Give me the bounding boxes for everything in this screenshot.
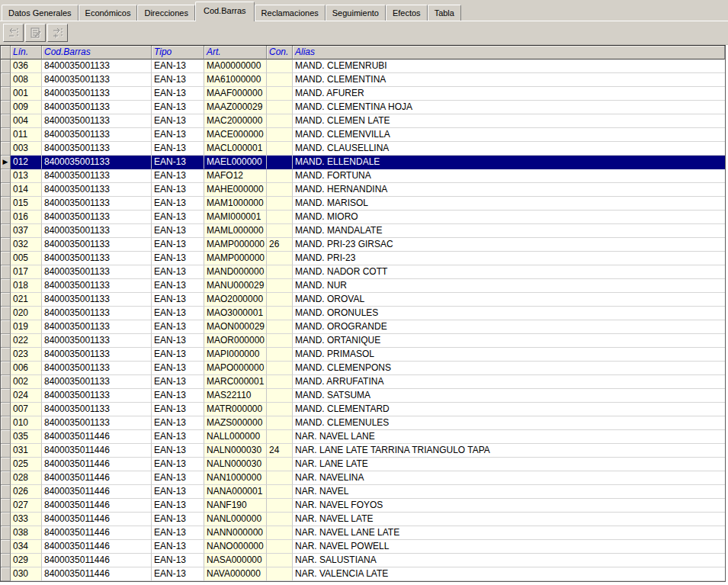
cell-alias: MAND. ORONULES bbox=[293, 307, 725, 320]
table-row[interactable]: 0328400035001133EAN-13MAMP00000026MAND. … bbox=[1, 238, 725, 252]
cell-tipo: EAN-13 bbox=[152, 211, 204, 224]
cell-cod: 8400035001133 bbox=[42, 59, 152, 73]
tab-page-cod-barras: Lín.Cod.BarrasTipoArt.Con.Alias 03684000… bbox=[0, 45, 728, 585]
tab-tabla[interactable]: Tabla bbox=[428, 5, 461, 21]
table-row[interactable]: 0208400035001133EAN-13MAO3000001MAND. OR… bbox=[1, 307, 725, 320]
table-row[interactable]: 0378400035001133EAN-13MAML000000MAND. MA… bbox=[1, 224, 725, 238]
tab-reclamaciones[interactable]: Reclamaciones bbox=[255, 5, 326, 21]
table-row[interactable]: 0358400035011446EAN-13NALL000000NAR. NAV… bbox=[1, 430, 725, 444]
table-row[interactable]: 0088400035001133EAN-13MA61000000MAND. CL… bbox=[1, 73, 725, 87]
cell-con bbox=[267, 348, 293, 362]
table-row[interactable]: 0308400035011446EAN-13NAVA000000NAR. VAL… bbox=[1, 567, 725, 581]
record-indicator bbox=[1, 73, 11, 87]
cell-con bbox=[267, 279, 293, 293]
table-row[interactable]: 0048400035001133EAN-13MAC2000000MAND. CL… bbox=[1, 114, 725, 128]
table-row[interactable]: 0278400035011446EAN-13NANF190NAR. NAVEL … bbox=[1, 499, 725, 513]
record-indicator bbox=[1, 101, 11, 114]
move-line-left-button[interactable] bbox=[3, 24, 24, 42]
tab-econ-micos[interactable]: Económicos bbox=[79, 5, 138, 21]
cell-cod: 8400035001133 bbox=[42, 142, 152, 156]
table-row[interactable]: 0198400035001133EAN-13MAON000029MAND. OR… bbox=[1, 320, 725, 334]
tab-datos-generales[interactable]: Datos Generales bbox=[2, 5, 79, 21]
record-indicator bbox=[1, 513, 11, 526]
cell-con bbox=[267, 101, 293, 114]
table-row[interactable]: ▶0128400035001133EAN-13MAEL000000MAND. E… bbox=[1, 156, 725, 169]
cell-lin: 028 bbox=[11, 471, 42, 485]
cell-alias: MAND. OROVAL bbox=[293, 293, 725, 307]
table-row[interactable]: 0178400035001133EAN-13MAND000000MAND. NA… bbox=[1, 265, 725, 279]
cell-lin: 014 bbox=[11, 183, 42, 197]
table-row[interactable]: 0268400035011446EAN-13NANA000001NAR. NAV… bbox=[1, 485, 725, 499]
table-row[interactable]: 0028400035001133EAN-13MARC000001MAND. AR… bbox=[1, 375, 725, 389]
table-row[interactable]: 0348400035011446EAN-13NANO000000NAR. NAV… bbox=[1, 540, 725, 554]
table-row[interactable]: 0298400035011446EAN-13NASA000000NAR. SAL… bbox=[1, 554, 725, 567]
cell-art: MAC2000000 bbox=[204, 114, 267, 128]
table-row[interactable]: 0158400035001133EAN-13MAM1000000MAND. MA… bbox=[1, 197, 725, 211]
cell-lin: 030 bbox=[11, 567, 42, 581]
cell-tipo: EAN-13 bbox=[152, 238, 204, 252]
cell-cod: 8400035001133 bbox=[42, 169, 152, 183]
table-row[interactable]: 0258400035011446EAN-13NALN000030NAR. LAN… bbox=[1, 458, 725, 471]
cell-alias: MAND. ARRUFATINA bbox=[293, 375, 725, 389]
record-indicator bbox=[1, 183, 11, 197]
table-row[interactable]: 0058400035001133EAN-13MAMP000000MAND. PR… bbox=[1, 252, 725, 265]
tab-seguimiento[interactable]: Seguimiento bbox=[326, 5, 386, 21]
column-header-lin[interactable]: Lín. bbox=[11, 46, 42, 59]
table-row[interactable]: 0118400035001133EAN-13MACE000000MAND. CL… bbox=[1, 128, 725, 142]
record-indicator bbox=[1, 334, 11, 348]
table-row[interactable]: 0038400035001133EAN-13MACL000001MAND. CL… bbox=[1, 142, 725, 156]
move-line-right-button[interactable] bbox=[47, 24, 68, 42]
cell-alias: MAND. AFURER bbox=[293, 87, 725, 101]
table-row[interactable]: 0338400035011446EAN-13NANL000000NAR. NAV… bbox=[1, 513, 725, 526]
record-indicator bbox=[1, 142, 11, 156]
record-indicator bbox=[1, 279, 11, 293]
cell-cod: 8400035001133 bbox=[42, 211, 152, 224]
cell-cod: 8400035001133 bbox=[42, 320, 152, 334]
cell-cod: 8400035001133 bbox=[42, 348, 152, 362]
cell-cod: 8400035001133 bbox=[42, 252, 152, 265]
table-row[interactable]: 0228400035001133EAN-13MAOR000000MAND. OR… bbox=[1, 334, 725, 348]
table-row[interactable]: 0188400035001133EAN-13MANU000029MAND. NU… bbox=[1, 279, 725, 293]
cell-tipo: EAN-13 bbox=[152, 101, 204, 114]
cell-cod: 8400035011446 bbox=[42, 430, 152, 444]
column-header-tipo[interactable]: Tipo bbox=[152, 46, 204, 59]
record-indicator bbox=[1, 252, 11, 265]
cell-alias: NAR. VALENCIA LATE bbox=[293, 567, 725, 581]
cell-lin: 033 bbox=[11, 513, 42, 526]
table-row[interactable]: 0098400035001133EAN-13MAAZ000029MAND. CL… bbox=[1, 101, 725, 114]
table-row[interactable]: 0148400035001133EAN-13MAHE000000MAND. HE… bbox=[1, 183, 725, 197]
cell-con bbox=[267, 293, 293, 307]
edit-lines-button[interactable] bbox=[25, 24, 46, 42]
cell-lin: 019 bbox=[11, 320, 42, 334]
table-row[interactable]: 0248400035001133EAN-13MAS22110MAND. SATS… bbox=[1, 389, 725, 403]
cell-tipo: EAN-13 bbox=[152, 334, 204, 348]
column-header-art[interactable]: Art. bbox=[204, 46, 267, 59]
cell-con bbox=[267, 430, 293, 444]
column-header-cod[interactable]: Cod.Barras bbox=[42, 46, 152, 59]
cell-tipo: EAN-13 bbox=[152, 320, 204, 334]
edit-sheet-pencil-icon bbox=[29, 27, 43, 39]
table-row[interactable]: 0288400035011446EAN-13NAN1000000NAR. NAV… bbox=[1, 471, 725, 485]
table-row[interactable]: 0068400035001133EAN-13MAPO000000MAND. CL… bbox=[1, 362, 725, 375]
cell-lin: 032 bbox=[11, 238, 42, 252]
column-header-con[interactable]: Con. bbox=[267, 46, 293, 59]
cell-tipo: EAN-13 bbox=[152, 540, 204, 554]
cell-tipo: EAN-13 bbox=[152, 416, 204, 430]
table-row[interactable]: 0168400035001133EAN-13MAMI000001MAND. MI… bbox=[1, 211, 725, 224]
table-row[interactable]: 0078400035001133EAN-13MATR000000MAND. CL… bbox=[1, 403, 725, 416]
column-header-alias[interactable]: Alias bbox=[293, 46, 725, 59]
table-row[interactable]: 0018400035001133EAN-13MAAF000000MAND. AF… bbox=[1, 87, 725, 101]
table-row[interactable]: 0388400035011446EAN-13NANN000000NAR. NAV… bbox=[1, 526, 725, 540]
table-row[interactable]: 0108400035001133EAN-13MAZS000000MAND. CL… bbox=[1, 416, 725, 430]
tab-direcciones[interactable]: Direcciones bbox=[137, 5, 194, 21]
table-row[interactable]: 0238400035001133EAN-13MAPI000000MAND. PR… bbox=[1, 348, 725, 362]
table-row[interactable]: 0318400035011446EAN-13NALN00003024NAR. L… bbox=[1, 444, 725, 458]
cell-con bbox=[267, 540, 293, 554]
tab-efectos[interactable]: Efectos bbox=[386, 5, 428, 21]
cell-con bbox=[267, 526, 293, 540]
cell-tipo: EAN-13 bbox=[152, 224, 204, 238]
table-row[interactable]: 0218400035001133EAN-13MAO2000000MAND. OR… bbox=[1, 293, 725, 307]
table-row[interactable]: 0138400035001133EAN-13MAFO12MAND. FORTUN… bbox=[1, 169, 725, 183]
table-row[interactable]: 0368400035001133EAN-13MA00000000MAND. CL… bbox=[1, 59, 725, 73]
tab-cod-barras[interactable]: Cod.Barras bbox=[195, 2, 255, 21]
